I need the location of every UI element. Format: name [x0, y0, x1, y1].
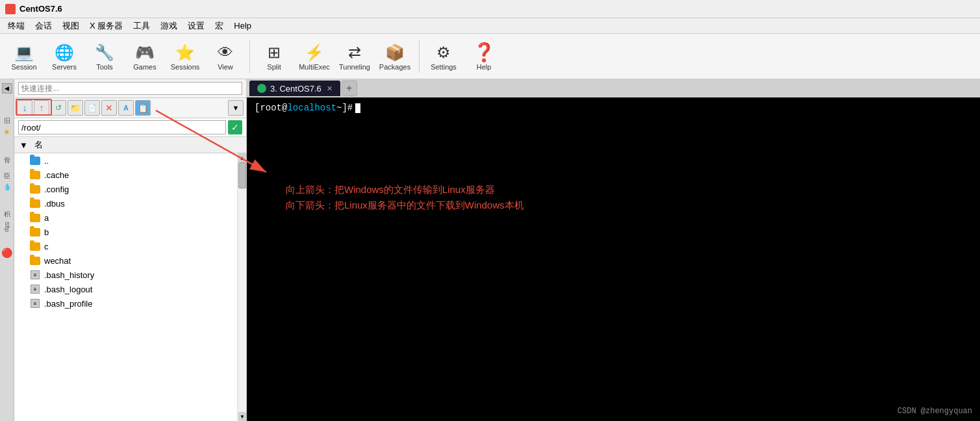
upload-button[interactable]: ↑: [34, 100, 49, 116]
menu-games[interactable]: 游戏: [155, 19, 182, 33]
view-icon: 👁: [215, 42, 236, 63]
annotation-line2: 向下箭头：把Linux服务器中的文件下载到Windows本机: [286, 198, 524, 213]
svg-line-1: [156, 110, 266, 172]
terminal-prompt: [ root @ localhost ~ ] #: [255, 103, 972, 113]
menu-settings[interactable]: 设置: [182, 19, 210, 33]
folder-cache-icon: [30, 170, 40, 180]
tab-title: 3. CentOS7.6: [270, 84, 321, 94]
menu-view[interactable]: 视图: [57, 19, 84, 33]
file-item-config[interactable]: .config: [14, 182, 246, 196]
toolbar-sep1: [249, 40, 250, 73]
config-name: .config: [44, 185, 69, 194]
prompt-host: localhost: [287, 103, 336, 113]
menu-xserver[interactable]: X 服务器: [84, 19, 128, 33]
refresh-button[interactable]: ↺: [51, 100, 66, 116]
menu-tools[interactable]: 工具: [128, 19, 155, 33]
toolbar-session[interactable]: 💻 Session: [5, 37, 43, 76]
toolbar-sep2: [419, 40, 420, 73]
menu-macro[interactable]: 宏: [210, 19, 229, 33]
session-icon: 💻: [14, 42, 34, 63]
watermark: CSDN @zhengyquan: [898, 407, 972, 416]
toolbar-tunneling[interactable]: ⇄ Tunneling: [336, 37, 373, 76]
menu-bar: 终端 会话 视图 X 服务器 工具 游戏 设置 宏 Help: [0, 18, 980, 34]
toolbar-tools[interactable]: 🔧 Tools: [86, 37, 123, 76]
new-folder-button[interactable]: 📁: [68, 100, 83, 116]
b-name: b: [44, 227, 49, 237]
menu-session[interactable]: 会话: [30, 19, 57, 33]
prompt-bracket-close: ]: [342, 103, 347, 113]
toolbar-servers[interactable]: 🌐 Servers: [45, 37, 83, 76]
tab-status-icon: [257, 84, 266, 93]
split-icon: ⊞: [264, 42, 284, 63]
file-item-dbus[interactable]: .dbus: [14, 196, 246, 210]
annotation: 向上箭头：把Windows的文件传输到Linux服务器 向下箭头：把Linux服…: [286, 182, 524, 213]
side-label-sftp: Sftp: [4, 222, 10, 232]
file-scrollbar[interactable]: ▲ ▼: [237, 153, 246, 421]
quick-connect-input[interactable]: [18, 82, 242, 95]
delete-button[interactable]: ✕: [101, 100, 117, 116]
scroll-down-arrow[interactable]: ▼: [238, 412, 246, 421]
wechat-name: wechat: [44, 256, 71, 266]
toolbar-help[interactable]: ❓ Help: [465, 37, 503, 76]
a-name: a: [44, 213, 49, 223]
folder-a-icon: [30, 212, 40, 223]
folder-wechat-icon: [30, 255, 40, 266]
download-button[interactable]: ↓: [17, 100, 32, 116]
parent-name: ..: [44, 156, 49, 166]
file-bash-logout-icon: ≡: [30, 284, 40, 294]
bash-history-name: .bash_history: [44, 270, 94, 280]
parent-folder-icon: [30, 155, 40, 166]
quick-connect-bar: [14, 79, 246, 98]
column-name: 名: [34, 139, 43, 151]
collapse-button[interactable]: ◀: [2, 83, 12, 94]
side-label-drop: 💧: [3, 183, 11, 190]
tab-close-button[interactable]: ✕: [327, 84, 333, 93]
file-list-container: .. .cache .config .dbus: [14, 153, 246, 421]
toolbar-games[interactable]: 🎮 Games: [126, 37, 164, 76]
prompt-hash: #: [347, 103, 353, 113]
file-item-wechat[interactable]: wechat: [14, 253, 246, 268]
terminal-tabs: 3. CentOS7.6 ✕ +: [247, 79, 980, 97]
app-icon: [5, 4, 16, 14]
file-item-bash-profile[interactable]: ≡ .bash_profile: [14, 296, 246, 311]
folder-config-icon: [30, 184, 40, 194]
annotation-line1: 向上箭头：把Windows的文件传输到Linux服务器: [286, 182, 524, 198]
multiexec-icon: ⚡: [304, 42, 325, 63]
cache-name: .cache: [44, 170, 69, 180]
help-icon: ❓: [473, 42, 494, 63]
file-item-bash-logout[interactable]: ≡ .bash_logout: [14, 282, 246, 296]
toolbar-sessions[interactable]: ⭐ Sessions: [166, 37, 204, 76]
new-tab-button[interactable]: +: [342, 81, 357, 96]
servers-icon: 🌐: [54, 42, 75, 63]
annotation-arrow-svg: [143, 97, 286, 182]
file-bash-history-icon: ≡: [30, 270, 40, 280]
side-label-circle: 🔴: [1, 248, 12, 258]
bash-logout-name: .bash_logout: [44, 285, 92, 294]
settings-icon: ⚙: [433, 42, 454, 63]
toolbar-view[interactable]: 👁 View: [207, 37, 244, 76]
rename-button[interactable]: A: [118, 100, 134, 116]
toolbar-settings[interactable]: ⚙ Settings: [425, 37, 462, 76]
folder-dbus-icon: [30, 198, 40, 209]
file-item-c[interactable]: c: [14, 239, 246, 253]
c-name: c: [44, 242, 49, 251]
toolbar-packages[interactable]: 📦 Packages: [376, 37, 414, 76]
file-item-b[interactable]: b: [14, 225, 246, 239]
file-item-a[interactable]: a: [14, 210, 246, 225]
toolbar-split[interactable]: ⊞ Split: [255, 37, 293, 76]
menu-help[interactable]: Help: [229, 19, 257, 32]
file-item-bash-history[interactable]: ≡ .bash_history: [14, 268, 246, 282]
collapse-panel: ◀ 旧 ★ 骨 臣 💧 积 Sftp 🔴: [0, 79, 14, 421]
terminal-tab-3[interactable]: 3. CentOS7.6 ✕: [249, 81, 340, 96]
terminal-content[interactable]: [ root @ localhost ~ ] #: [247, 97, 980, 421]
toolbar-multiexec[interactable]: ⚡ MultiExec: [295, 37, 333, 76]
menu-terminal[interactable]: 终端: [3, 19, 30, 33]
prompt-tilde: ~: [336, 103, 342, 113]
terminal-panel: 3. CentOS7.6 ✕ + [ root @ localhost ~ ] …: [247, 79, 980, 421]
toolbar: 💻 Session 🌐 Servers 🔧 Tools 🎮 Games ⭐ Se…: [0, 34, 980, 79]
side-labels: 旧 ★ 骨 臣 💧 积 Sftp 🔴: [1, 112, 12, 258]
folder-b-icon: [30, 227, 40, 237]
new-file-button[interactable]: 📄: [84, 100, 100, 116]
bash-profile-name: .bash_profile: [44, 299, 92, 309]
packages-icon: 📦: [384, 42, 405, 63]
